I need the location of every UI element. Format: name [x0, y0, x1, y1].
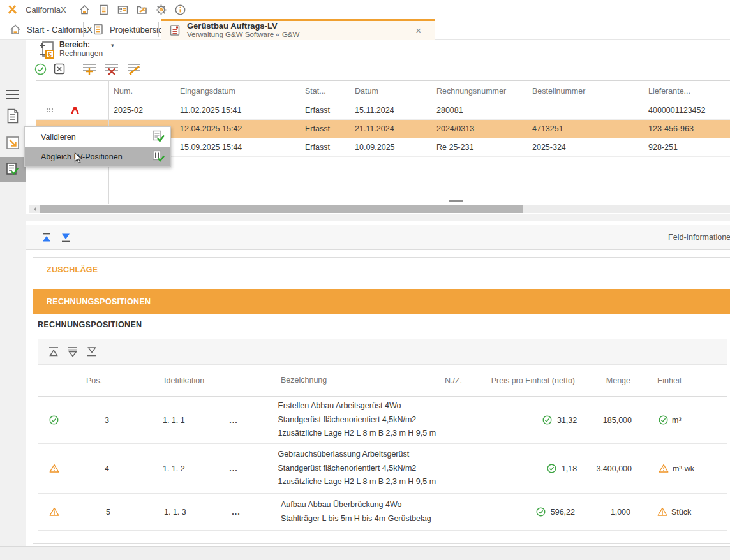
einheit-warning-icon [657, 507, 667, 517]
edit-row-icon[interactable] [126, 63, 142, 75]
column-header-identifikation[interactable]: Idetifikation [118, 376, 223, 385]
compare-lv-positions-icon [152, 150, 165, 163]
cell-eingangsdatum: 11.02.2025 15:41 [175, 106, 300, 115]
cell-rechnungsnummer: Re 25-231 [431, 143, 527, 152]
detail-panel: ZUSCHLÄGE RECHNUNGSPOSITIONEN RECHNUNGSP… [33, 257, 730, 544]
cell-identifikation: 1. 1. 3 [118, 508, 223, 517]
menu-item-validieren[interactable]: Validieren [25, 127, 170, 147]
column-header-menge[interactable]: Menge [588, 376, 648, 385]
column-header-status[interactable]: Stat... [300, 87, 350, 96]
tools-folder-icon[interactable] [133, 2, 152, 17]
info-icon[interactable] [171, 2, 190, 17]
more-options-button[interactable]: ... [223, 508, 249, 517]
cell-rechnungsnummer: 2024/0313 [431, 124, 527, 133]
delete-row-icon[interactable] [104, 63, 119, 75]
row-warning-icon [38, 464, 70, 473]
column-header-pos[interactable]: Pos. [70, 376, 118, 385]
einheit-warning-icon [659, 464, 669, 473]
document-list-icon[interactable] [0, 105, 26, 128]
cell-bezeichnung: Erstellen Abbau Arbeitsgerüst 4Wo Standg… [246, 399, 436, 441]
invoice-calc-icon: € [38, 41, 55, 59]
accept-circle-check-icon[interactable] [34, 63, 47, 75]
cell-identifikation: 1. 1. 2 [117, 464, 221, 473]
invoice-toolbar [34, 61, 142, 77]
cell-preis: 1,18 [473, 464, 590, 473]
home-icon[interactable] [75, 2, 94, 17]
scrollbar-thumb[interactable] [40, 205, 523, 213]
cell-datum: 10.09.2025 [350, 143, 431, 152]
preis-ok-icon [536, 507, 546, 517]
tab-bar: Start - CaliforniaX Projektübersicht Ger… [0, 19, 730, 40]
position-row[interactable]: 5 1. 1. 3 ... Aufbau Abbau Überbrückung … [38, 494, 727, 531]
cell-lieferant: 4000001123452 [643, 106, 730, 115]
cell-einheit: Stück [648, 507, 727, 517]
more-options-button[interactable]: ... [221, 464, 246, 473]
cell-bestellnummer: 4713251 [527, 124, 643, 133]
cell-status: Erfasst [300, 143, 350, 152]
cell-pos: 4 [70, 464, 117, 473]
invoice-row[interactable]: 2025-02 11.02.2025 15:41 Erfasst 15.11.2… [36, 101, 730, 120]
splitter-handle[interactable] [449, 200, 463, 202]
menu-item-abgleich-lv-positionen[interactable]: Abgleich LV-Positionen [25, 147, 170, 166]
document-tab-icon [92, 23, 105, 36]
projects-icon[interactable] [94, 2, 114, 17]
column-header-eingangsdatum[interactable]: Eingangsdatum [175, 87, 300, 96]
column-header-preis[interactable]: Preis pro Einheit (netto) [470, 376, 588, 385]
cell-menge: 1,000 [588, 508, 648, 517]
detail-toolbar: Feld-Informationen [26, 225, 730, 250]
drag-grip-icon[interactable] [36, 108, 64, 113]
more-options-button[interactable]: ... [221, 416, 246, 425]
scroll-to-bottom-icon[interactable] [60, 232, 71, 243]
add-row-icon[interactable] [82, 63, 97, 75]
section-header-label: RECHNUNGSPOSITIONEN [47, 297, 151, 306]
expand-top-icon[interactable] [47, 346, 60, 357]
column-header-lieferant[interactable]: Lieferante... [643, 87, 730, 96]
bereich-selector[interactable]: € Bereich: Rechnungen ▾ [38, 41, 114, 59]
horizontal-scrollbar[interactable] [29, 205, 730, 213]
home-tab-icon [9, 24, 22, 36]
cell-bezeichnung: Gebrauchsüberlassung Arbeitsgerüst Stand… [246, 448, 436, 489]
pdf-icon[interactable] [64, 106, 108, 115]
lv-document-icon [168, 24, 181, 37]
column-header-num[interactable]: Num. [108, 87, 175, 96]
column-header-einheit[interactable]: Einheit [648, 376, 727, 385]
column-header-datum[interactable]: Datum [350, 87, 431, 96]
positions-title: RECHNUNGSPOSITIONEN [38, 320, 142, 329]
divider-strip [26, 214, 730, 221]
position-row[interactable]: 3 1. 1. 1 ... Erstellen Abbau Arbeitsger… [38, 397, 727, 444]
section-zuschlaege[interactable]: ZUSCHLÄGE [47, 265, 98, 274]
tab-separator [83, 22, 84, 37]
validation-checklist-icon[interactable] [0, 158, 26, 181]
brand-label: CaliforniaX [26, 5, 66, 15]
preis-ok-icon [542, 415, 552, 425]
scroll-left-arrow-icon[interactable] [31, 207, 36, 212]
field-information-label: Feld-Informationen [668, 233, 730, 242]
menu-hamburger-icon[interactable] [0, 83, 26, 106]
preis-ok-icon [547, 464, 556, 473]
sidebar [0, 40, 26, 547]
cell-bezeichnung: Aufbau Abbau Überbrückung 4Wo Stahlträge… [249, 498, 431, 526]
cell-einheit: m³ [650, 415, 727, 425]
tab-title: Gerüstbau Auftrags-LV [187, 22, 299, 31]
chevron-down-icon: ▾ [111, 42, 114, 48]
section-rechnungspositionen-header[interactable]: RECHNUNGSPOSITIONEN [33, 289, 730, 314]
tab-geruestbau-auftrags-lv[interactable]: Gerüstbau Auftrags-LV Verwaltung G&W Sof… [161, 19, 435, 40]
close-icon[interactable]: × [415, 26, 421, 35]
cell-lieferant: 928-251 [643, 143, 730, 152]
column-header-nz[interactable]: N./Z. [431, 376, 470, 385]
cell-status: Erfasst [300, 106, 350, 115]
cell-lieferant: 123-456-963 [643, 124, 730, 133]
import-arrow-icon[interactable] [0, 131, 26, 154]
column-header-bezeichnung[interactable]: Bezeichnung [249, 374, 431, 388]
expand-bottom-icon[interactable] [86, 346, 98, 357]
scroll-to-top-icon[interactable] [41, 232, 52, 243]
address-book-icon[interactable] [114, 2, 133, 17]
position-row[interactable]: 4 1. 1. 2 ... Gebrauchsüberlassung Arbei… [38, 444, 727, 494]
column-header-rechnungsnummer[interactable]: Rechnungsnummer [431, 87, 527, 96]
collapse-all-icon[interactable] [66, 346, 79, 357]
cell-eingangsdatum: 12.04.2025 15:42 [175, 124, 300, 133]
column-header-bestellnummer[interactable]: Bestellnummer [527, 87, 643, 96]
cancel-box-x-icon[interactable] [54, 63, 65, 75]
settings-gear-icon[interactable] [152, 2, 171, 17]
tab-start[interactable]: Start - CaliforniaX [3, 19, 99, 40]
